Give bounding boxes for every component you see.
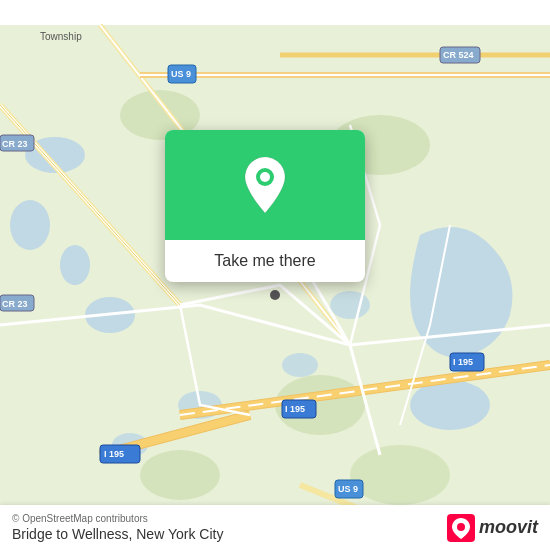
svg-text:US 9: US 9	[338, 484, 358, 494]
svg-point-15	[350, 445, 450, 505]
bottom-bar: © OpenStreetMap contributors Bridge to W…	[0, 505, 550, 550]
moovit-logo: moovit	[447, 514, 538, 542]
svg-text:CR 524: CR 524	[443, 50, 474, 60]
svg-point-5	[410, 380, 490, 430]
svg-text:I 195: I 195	[104, 449, 124, 459]
popup-card: Take me there	[165, 130, 365, 282]
svg-text:I 195: I 195	[285, 404, 305, 414]
svg-text:Township: Township	[40, 31, 82, 42]
popup-green-section	[165, 130, 365, 240]
osm-credit: © OpenStreetMap contributors	[12, 513, 223, 524]
svg-text:I 195: I 195	[453, 357, 473, 367]
svg-point-7	[282, 353, 318, 377]
svg-point-6	[330, 291, 370, 319]
map-container: Township CR 23 CR 23 CR 524 US 9 I 195 I…	[0, 0, 550, 550]
svg-point-3	[60, 245, 90, 285]
bottom-left-info: © OpenStreetMap contributors Bridge to W…	[12, 513, 223, 542]
svg-point-37	[457, 523, 465, 531]
take-me-there-button[interactable]: Take me there	[214, 252, 315, 270]
moovit-brand-icon	[447, 514, 475, 542]
svg-text:US 9: US 9	[171, 69, 191, 79]
location-pin-icon	[241, 157, 289, 213]
moovit-brand-text: moovit	[479, 517, 538, 538]
svg-point-35	[260, 172, 270, 182]
svg-point-14	[140, 450, 220, 500]
svg-point-33	[270, 290, 280, 300]
svg-text:CR 23: CR 23	[2, 139, 28, 149]
svg-text:CR 23: CR 23	[2, 299, 28, 309]
popup-button-section: Take me there	[165, 240, 365, 282]
svg-point-2	[10, 200, 50, 250]
location-name: Bridge to Wellness, New York City	[12, 526, 223, 542]
